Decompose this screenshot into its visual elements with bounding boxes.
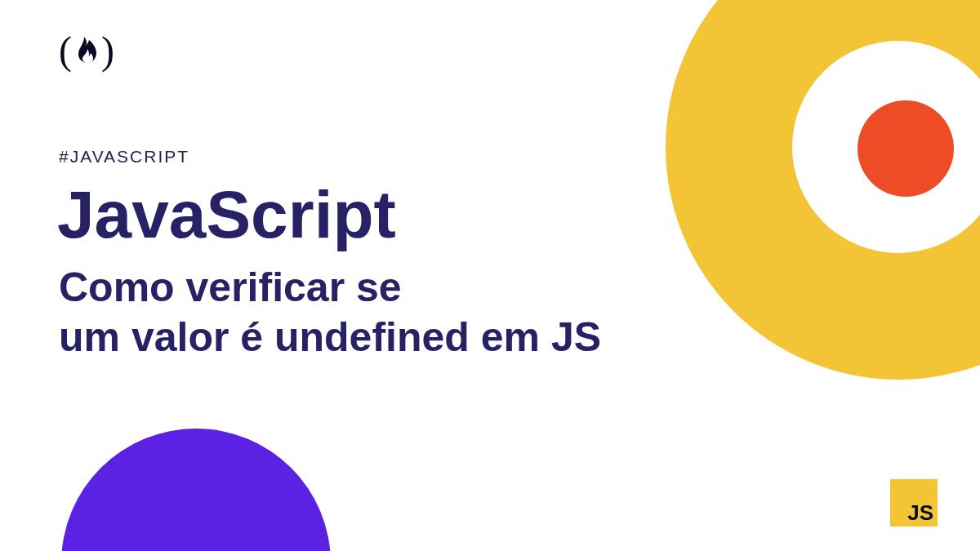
subtitle-line-1: Como verificar se — [59, 264, 402, 310]
flame-icon — [77, 37, 98, 67]
freecodecamp-logo: ( ) — [59, 28, 116, 73]
javascript-badge: JS — [890, 479, 938, 527]
bullseye-yellow-ring — [666, 0, 980, 380]
bullseye-red-dot — [858, 100, 954, 197]
bullseye-white-ring — [792, 41, 980, 253]
purple-circle — [61, 429, 331, 551]
logo-left-paren: ( — [59, 28, 74, 73]
page-subtitle: Como verificar se um valor é undefined e… — [59, 263, 601, 362]
subtitle-line-2: um valor é undefined em JS — [59, 314, 601, 360]
category-tag: #JAVASCRIPT — [59, 147, 189, 167]
page-title: JavaScript — [57, 181, 396, 248]
logo-right-paren: ) — [101, 28, 116, 73]
js-badge-label: JS — [907, 502, 933, 523]
